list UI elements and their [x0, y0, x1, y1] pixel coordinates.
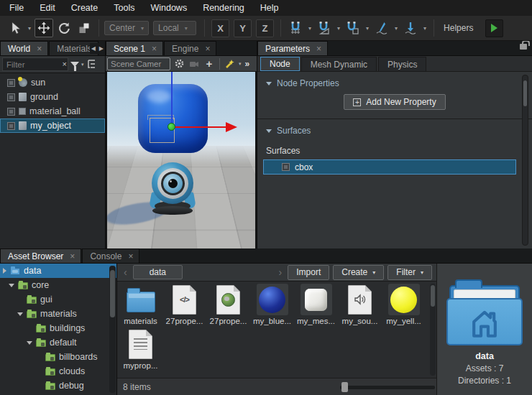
space-select[interactable]: Local: [153, 21, 196, 35]
pivot-select[interactable]: Center: [104, 21, 149, 35]
folder-item-billboards[interactable]: billboards: [0, 350, 116, 364]
toolbar-overflow-icon[interactable]: »: [245, 59, 250, 69]
collapse-icon[interactable]: [17, 312, 23, 316]
close-icon[interactable]: [70, 253, 75, 260]
rotate-tool-button[interactable]: [55, 19, 73, 37]
nav-back-icon[interactable]: ‹: [121, 266, 129, 278]
folder-item-default[interactable]: default: [0, 335, 116, 350]
nav-forward-icon[interactable]: ›: [277, 266, 285, 278]
folder-item-core[interactable]: core: [0, 278, 116, 292]
place-tool-button[interactable]: [372, 19, 391, 37]
snap-angle-button[interactable]: [315, 19, 334, 37]
tab-asset-browser[interactable]: Asset Browser: [0, 248, 81, 263]
tab-engine[interactable]: Engine: [164, 41, 216, 55]
visibility-checkbox[interactable]: [7, 79, 15, 87]
close-icon[interactable]: [152, 45, 157, 52]
filter-input[interactable]: [2, 57, 68, 71]
gizmo-x-arrowhead[interactable]: [226, 122, 237, 132]
folder-item-data[interactable]: data: [0, 264, 116, 278]
tab-physics[interactable]: Physics: [378, 57, 426, 71]
filter-button[interactable]: Filter: [387, 265, 432, 280]
tab-mesh-dynamic[interactable]: Mesh Dynamic: [301, 57, 377, 71]
folder-item-gui[interactable]: gui: [0, 292, 116, 307]
breadcrumb-data[interactable]: data: [133, 265, 183, 279]
rendering-debug-button[interactable]: [224, 57, 237, 70]
tab-world[interactable]: World: [0, 41, 48, 55]
tab-node[interactable]: Node: [260, 57, 300, 71]
axis-z-button[interactable]: Z: [256, 19, 274, 37]
gizmo-z-axis[interactable]: [171, 72, 173, 128]
close-icon[interactable]: [37, 45, 42, 52]
unlock-icon[interactable]: [520, 44, 527, 50]
snap-grid-dropdown-icon[interactable]: [306, 19, 313, 37]
menu-help[interactable]: Help: [252, 1, 287, 15]
camera-lock-button[interactable]: [188, 57, 201, 70]
select-tool-dropdown-icon[interactable]: [26, 19, 33, 37]
close-icon[interactable]: [128, 253, 133, 260]
menu-rendering[interactable]: Rendering: [195, 1, 252, 15]
place-tool-dropdown-icon[interactable]: [393, 19, 400, 37]
parameters-scrollbar[interactable]: [522, 75, 528, 246]
helpers-dropdown[interactable]: Helpers: [439, 23, 481, 33]
drop-to-ground-button[interactable]: [401, 19, 420, 37]
snap-angle-dropdown-icon[interactable]: [335, 19, 342, 37]
surface-checkbox[interactable]: [282, 163, 290, 171]
asset-tile-myprop[interactable]: myprop...: [119, 326, 162, 371]
asset-tile-materials[interactable]: materials: [119, 282, 162, 326]
scale-tool-button[interactable]: [75, 19, 93, 37]
tree-item-sun[interactable]: sun: [0, 75, 105, 90]
menu-file[interactable]: File: [1, 1, 32, 15]
surface-item-cbox[interactable]: cbox: [263, 159, 516, 175]
rendering-dropdown-icon[interactable]: [239, 61, 242, 67]
gizmo-x-axis[interactable]: [173, 126, 227, 128]
tab-console[interactable]: Console: [82, 248, 139, 263]
thumbnail-size-slider[interactable]: [340, 386, 435, 389]
gizmo-origin-handle[interactable]: [168, 123, 175, 131]
expand-icon[interactable]: [3, 268, 6, 274]
snap-grid-button[interactable]: [286, 19, 305, 37]
clear-filter-icon[interactable]: [63, 60, 67, 68]
close-icon[interactable]: [205, 45, 210, 52]
tree-item-my-object[interactable]: my_object: [0, 118, 105, 133]
select-tool-button[interactable]: [6, 19, 24, 37]
asset-tile-27prope-code[interactable]: </> 27prope...: [162, 282, 206, 326]
filter-dropdown-icon[interactable]: [81, 62, 84, 68]
play-button[interactable]: [485, 19, 503, 37]
folder-item-clouds[interactable]: clouds: [0, 364, 116, 378]
menu-edit[interactable]: Edit: [32, 1, 63, 15]
tab-scroll-left-icon[interactable]: ◀: [90, 43, 97, 54]
tree-item-ground[interactable]: ground: [0, 90, 105, 104]
create-button[interactable]: Create: [333, 265, 384, 280]
drop-tool-dropdown-icon[interactable]: [421, 19, 428, 37]
viewport-settings-button[interactable]: [173, 57, 185, 70]
asset-tile-my-blue[interactable]: my_blue...: [250, 282, 294, 326]
collapse-icon[interactable]: [9, 284, 14, 287]
tree-scrollbar[interactable]: [109, 266, 116, 393]
surfaces-section-header[interactable]: Surfaces: [257, 119, 532, 139]
asset-tile-my-sound[interactable]: my_sou...: [338, 282, 382, 326]
asset-tile-my-yellow[interactable]: my_yell...: [382, 282, 426, 326]
import-button[interactable]: Import: [288, 265, 329, 280]
visibility-checkbox[interactable]: [7, 122, 15, 130]
snap-surface-button[interactable]: [344, 19, 362, 37]
grid-scrollbar[interactable]: [430, 284, 436, 376]
axis-y-button[interactable]: Y: [234, 19, 252, 37]
menu-create[interactable]: Create: [63, 1, 106, 15]
visibility-checkbox[interactable]: [7, 108, 15, 116]
visibility-checkbox[interactable]: [7, 93, 15, 101]
filter-funnel-icon[interactable]: [70, 62, 79, 67]
node-properties-section-header[interactable]: Node Properties: [257, 72, 532, 91]
folder-item-buildings[interactable]: buildings: [0, 321, 116, 335]
tab-scroll-right-icon[interactable]: ▶: [98, 43, 105, 54]
scrollbar-thumb[interactable]: [110, 270, 115, 317]
tab-scene-1[interactable]: Scene 1: [106, 41, 163, 55]
material-ball-object[interactable]: [152, 162, 193, 204]
slider-thumb[interactable]: [341, 382, 348, 392]
scrollbar-thumb[interactable]: [431, 285, 435, 307]
add-new-property-button[interactable]: + Add New Property: [344, 94, 445, 110]
folder-item-debug[interactable]: debug: [0, 378, 116, 393]
snap-surface-dropdown-icon[interactable]: [364, 19, 371, 37]
collapse-icon[interactable]: [27, 341, 32, 345]
scrollbar-thumb[interactable]: [523, 80, 527, 106]
menu-windows[interactable]: Windows: [142, 1, 195, 15]
